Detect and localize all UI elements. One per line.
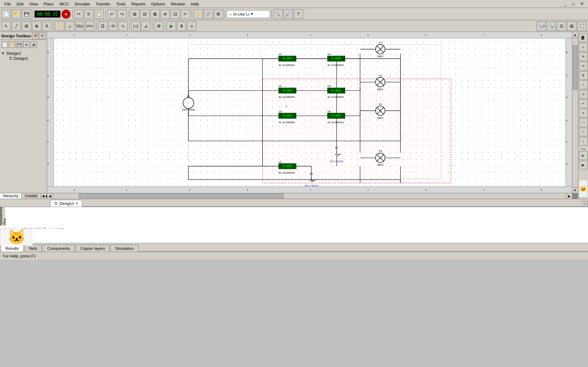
cut-button[interactable]: ✂	[74, 9, 83, 19]
toolbox-extra[interactable]: ⊞	[30, 41, 37, 48]
left-nav-prev[interactable]: ◀	[41, 193, 45, 199]
scroll-right-button[interactable]: ▶	[566, 193, 572, 199]
toolbox-pin-button[interactable]: 📌	[32, 33, 38, 39]
inst-10[interactable]: ⊣	[579, 118, 588, 127]
zoom-fit-button[interactable]: ⊡	[557, 21, 566, 31]
toolbox-new[interactable]: 📄	[1, 41, 8, 48]
inst-13[interactable]: ▶	[579, 151, 588, 160]
scroll-down-button[interactable]: ▼	[572, 187, 578, 193]
resistor-tool[interactable]: Ω	[98, 21, 107, 31]
select-tool[interactable]: ↖	[1, 21, 11, 31]
probe-button[interactable]: ⚡	[193, 9, 203, 19]
inst-9[interactable]: ≋	[579, 109, 588, 117]
zoom-in-button[interactable]: 🔍+	[536, 21, 546, 31]
inst-8[interactable]: ⊢	[579, 99, 588, 108]
diode-tool[interactable]: ▷|	[131, 21, 140, 31]
inst-5[interactable]: ⊠	[579, 71, 588, 80]
h-scrollbar[interactable]: ◀ ▶	[47, 193, 572, 199]
toolbox-close-button[interactable]: ✕	[39, 33, 45, 39]
panel-tab-nets[interactable]: Nets	[24, 245, 42, 252]
junction-tool[interactable]: ⊕	[32, 21, 41, 31]
open-button[interactable]: 📂	[12, 9, 21, 19]
inst-7[interactable]: ⊡	[579, 90, 588, 99]
scroll-left-button[interactable]: ◀	[47, 193, 53, 199]
power-tool[interactable]: ⚡	[55, 21, 64, 31]
menu-view[interactable]: View	[26, 1, 41, 7]
stop-button[interactable]: ■	[187, 21, 196, 31]
menu-mcu[interactable]: MCU	[57, 1, 72, 7]
inst-12[interactable]: ⊥	[579, 137, 588, 146]
scroll-up-button[interactable]: ▲	[572, 32, 578, 38]
misc-tool[interactable]: MISC	[85, 21, 95, 31]
component-button[interactable]: ⚙	[214, 9, 223, 19]
view-button2[interactable]: ⊟	[140, 9, 150, 19]
tab-visibility[interactable]: Visibility	[22, 193, 41, 199]
tab-hierarchy[interactable]: Hierarchy	[0, 193, 22, 199]
view-button1[interactable]: ⊞	[130, 9, 139, 19]
help-button[interactable]: ?	[294, 9, 303, 19]
library-dropdown[interactable]: --- In-Use Li▾	[226, 10, 270, 18]
save-button[interactable]: 💾	[22, 9, 31, 19]
new-button[interactable]: 📄	[1, 9, 11, 19]
menu-simulate[interactable]: Simulate	[72, 1, 93, 7]
inst-4[interactable]: ⊟	[579, 62, 588, 70]
run-button[interactable]: ▶	[167, 21, 176, 31]
place-probe-button[interactable]: ⚙	[154, 21, 163, 31]
copy-button[interactable]: ⎘	[84, 9, 94, 19]
window-close[interactable]: ✕	[577, 1, 587, 7]
menu-tools[interactable]: Tools	[113, 1, 128, 7]
inst-14[interactable]: ▶	[579, 161, 588, 169]
h-scroll-thumb[interactable]	[79, 194, 284, 198]
toolbox-open[interactable]: 📂	[9, 41, 15, 48]
menu-window[interactable]: Window	[168, 1, 188, 7]
tab-resize-button[interactable]: □	[582, 201, 588, 207]
window-maximize[interactable]: □	[569, 1, 577, 7]
transistor-tool[interactable]: ⊿	[141, 21, 151, 31]
toolbox-close[interactable]: ✕	[23, 41, 30, 48]
inner-canvas[interactable]: 0 1 2 3 4 5 6 7 8 B C D E F G	[47, 32, 578, 199]
panel-tab-copper-layers[interactable]: Copper layers	[75, 245, 110, 252]
menu-file[interactable]: File	[1, 1, 14, 7]
inst-3[interactable]: ⊞	[579, 52, 588, 61]
tab-close[interactable]: ✕	[75, 202, 78, 205]
redo-button[interactable]: ↪	[117, 9, 127, 19]
annotate-button[interactable]: 🔍	[273, 9, 283, 19]
toolbox-save[interactable]: 💾	[16, 41, 23, 48]
inst-1[interactable]: ▓▓	[579, 33, 588, 42]
net-button[interactable]: 🔗	[204, 9, 213, 19]
view-button5[interactable]: ⊡	[171, 9, 180, 19]
menu-help[interactable]: Help	[188, 1, 202, 7]
menu-transfer[interactable]: Transfer	[93, 1, 114, 7]
wire-tool[interactable]: ╱	[12, 21, 21, 31]
panel-tab-simulation[interactable]: Simulation	[110, 245, 138, 252]
window-minimize[interactable]: _	[561, 1, 569, 7]
ground-tool[interactable]: ⏚	[65, 21, 74, 31]
v-scrollbar[interactable]: ▲ ▼	[572, 32, 578, 193]
inst-6[interactable]: ∿	[579, 81, 588, 89]
paste-button[interactable]: 📋	[94, 9, 104, 19]
panel-tab-components[interactable]: Components	[42, 245, 74, 252]
bus-tool[interactable]: ⊞	[22, 21, 31, 31]
panel-tab-results[interactable]: Results	[1, 245, 24, 252]
undo-button[interactable]: ↩	[107, 9, 117, 19]
menu-place[interactable]: Place	[41, 1, 57, 7]
scroll-thumb[interactable]	[573, 45, 577, 90]
run-check-button[interactable]: 🔎	[283, 9, 293, 19]
view-button4[interactable]: ≋	[160, 9, 170, 19]
inductor-tool[interactable]: ∿	[118, 21, 128, 31]
pause-button[interactable]: ⏸	[177, 21, 186, 31]
tree-design1-child[interactable]: 🗒 Design1	[1, 56, 45, 61]
capacitor-tool[interactable]: ⊣⊢	[108, 21, 118, 31]
vcc-tool[interactable]: Vcc	[75, 21, 85, 31]
full-screen-button[interactable]: ⛶	[577, 21, 587, 31]
design-tab-design1[interactable]: 🗒 Design1 ✕	[50, 200, 82, 207]
zoom-area-button[interactable]: ⊞	[567, 21, 576, 31]
inst-2[interactable]: ≡	[579, 43, 588, 51]
record-button[interactable]: ●	[61, 9, 71, 19]
menu-options[interactable]: Options	[148, 1, 168, 7]
inst-11[interactable]: ⊤	[579, 128, 588, 136]
menu-edit[interactable]: Edit	[14, 1, 26, 7]
zoom-out-button[interactable]: 🔍-	[547, 21, 556, 31]
menu-reports[interactable]: Reports	[128, 1, 148, 7]
view-button6[interactable]: ⊢	[181, 9, 190, 19]
